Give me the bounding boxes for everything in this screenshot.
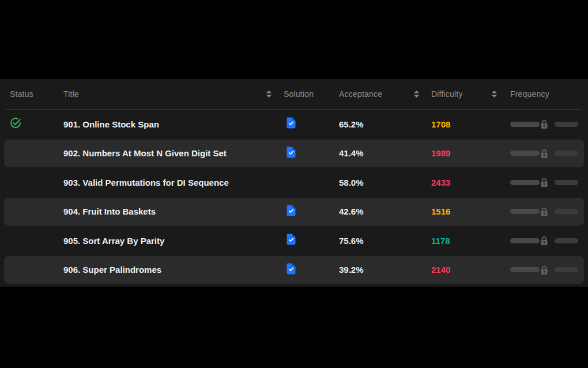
frequency-bar[interactable] [510, 180, 578, 185]
sort-icon[interactable] [266, 91, 272, 97]
frequency-bar-right [555, 209, 578, 214]
lock-icon [540, 206, 549, 216]
header-solution-label: Solution [284, 89, 314, 99]
header-difficulty[interactable]: Difficulty [425, 89, 502, 99]
difficulty-rating: 1178 [431, 236, 450, 246]
sort-icon[interactable] [413, 91, 420, 97]
lock-icon [540, 148, 549, 158]
header-title-label: Title [63, 89, 79, 99]
lock-icon [540, 119, 549, 129]
lock-icon [540, 265, 549, 275]
solved-check-icon [10, 117, 21, 131]
acceptance-value: 75.6% [339, 236, 364, 246]
lock-icon [540, 178, 549, 187]
frequency-bar[interactable] [510, 209, 578, 214]
header-status: Status [0, 89, 63, 99]
solution-doc-icon[interactable] [287, 117, 296, 131]
header-acceptance-label: Acceptance [339, 89, 382, 99]
problem-title-link[interactable]: 904. Fruit Into Baskets [63, 206, 156, 216]
table-row[interactable]: 904. Fruit Into Baskets 42.6% 1516 [0, 197, 588, 227]
solution-doc-icon[interactable] [287, 263, 296, 277]
header-acceptance[interactable]: Acceptance [332, 89, 425, 99]
header-status-label: Status [10, 89, 33, 99]
header-frequency: Frequency [502, 89, 588, 99]
sort-icon[interactable] [491, 91, 497, 97]
frequency-bar-right [555, 238, 578, 243]
frequency-bar-left [510, 209, 540, 214]
frequency-bar-right [555, 267, 578, 272]
frequency-bar[interactable] [510, 267, 578, 272]
header-solution: Solution [277, 89, 332, 99]
problem-list-table: Status Title Solution Acceptance Difficu… [0, 79, 588, 287]
acceptance-value: 58.0% [339, 178, 364, 187]
problem-title-link[interactable]: 906. Super Palindromes [63, 265, 161, 275]
acceptance-value: 39.2% [339, 265, 364, 275]
lock-icon [540, 236, 549, 246]
table-row[interactable]: 906. Super Palindromes 39.2% 2140 [0, 256, 588, 285]
difficulty-rating: 2433 [431, 178, 450, 187]
difficulty-rating: 1708 [431, 119, 450, 129]
solution-doc-icon[interactable] [287, 205, 296, 219]
header-difficulty-label: Difficulty [431, 89, 463, 99]
table-row[interactable]: 903. Valid Permutations for DI Sequence … [0, 168, 588, 197]
frequency-bar-left [510, 122, 540, 127]
difficulty-rating: 2140 [431, 265, 450, 275]
problem-title-link[interactable]: 903. Valid Permutations for DI Sequence [63, 178, 229, 187]
problem-title-link[interactable]: 901. Online Stock Span [63, 119, 159, 129]
acceptance-value: 41.4% [339, 148, 364, 158]
difficulty-rating: 1989 [431, 148, 450, 158]
solution-doc-icon[interactable] [287, 147, 296, 160]
header-frequency-label: Frequency [510, 89, 549, 99]
header-title[interactable]: Title [63, 89, 277, 99]
frequency-bar[interactable] [510, 238, 578, 243]
frequency-bar[interactable] [510, 151, 578, 156]
problem-title-link[interactable]: 905. Sort Array By Parity [63, 236, 164, 246]
frequency-bar-right [555, 180, 578, 185]
frequency-bar-left [510, 238, 540, 243]
table-row[interactable]: 905. Sort Array By Parity 75.6% 1178 [0, 226, 588, 256]
frequency-bar-left [510, 151, 540, 156]
frequency-bar-left [510, 267, 540, 272]
table-row[interactable]: 902. Numbers At Most N Given Digit Set 4… [0, 139, 588, 168]
frequency-bar-right [555, 151, 578, 156]
frequency-bar-left [510, 180, 540, 185]
problem-title-link[interactable]: 902. Numbers At Most N Given Digit Set [63, 148, 227, 158]
table-body: 901. Online Stock Span 65.2% 1708 [0, 110, 588, 284]
frequency-bar[interactable] [510, 122, 578, 127]
table-header: Status Title Solution Acceptance Difficu… [0, 79, 588, 109]
acceptance-value: 65.2% [339, 119, 364, 129]
acceptance-value: 42.6% [339, 206, 364, 216]
frequency-bar-right [555, 122, 578, 127]
table-row[interactable]: 901. Online Stock Span 65.2% 1708 [0, 110, 588, 139]
screen: Status Title Solution Acceptance Difficu… [0, 0, 588, 368]
solution-doc-icon[interactable] [287, 234, 296, 247]
difficulty-rating: 1516 [431, 206, 450, 216]
